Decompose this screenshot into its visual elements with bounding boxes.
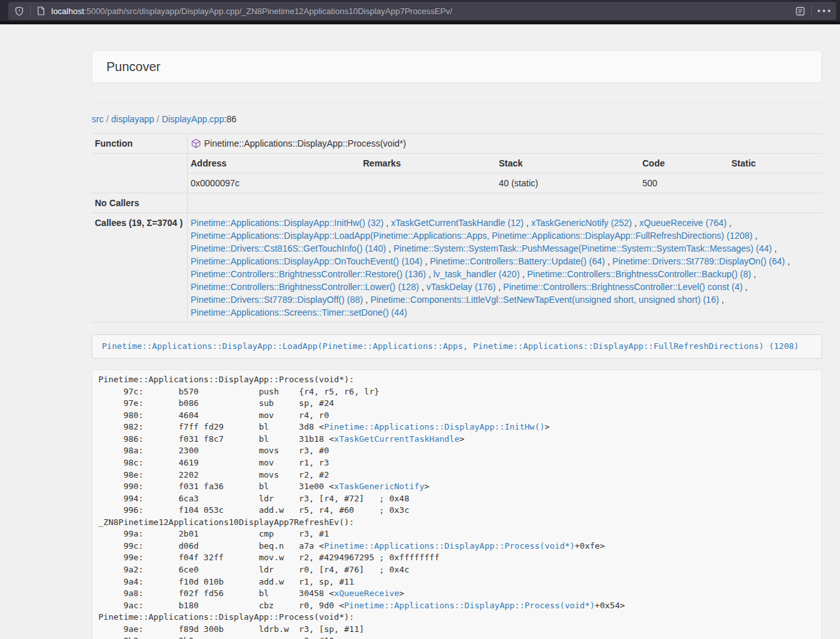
callee-link[interactable]: Pinetime::Applications::DisplayApp::OnTo… <box>191 256 423 266</box>
asm-symbol-link[interactable]: Pinetime::Applications::DisplayApp::Proc… <box>344 601 595 610</box>
function-table: Function Pinetime::Applications::Display… <box>92 133 822 323</box>
callee-separator: , <box>426 269 434 279</box>
callee-separator: , <box>719 295 724 305</box>
callee-link[interactable]: Pinetime::System::SystemTask::PushMessag… <box>393 243 772 254</box>
symbol-cube-icon <box>191 138 201 149</box>
address-value: 0x0000097c <box>188 174 360 193</box>
no-callers-row: No Callers <box>92 193 822 213</box>
callee-separator: , <box>520 269 527 279</box>
breadcrumb-separator: / <box>157 114 160 124</box>
callee-separator: , <box>386 243 394 254</box>
url-text[interactable]: localhost:5000/path/src/displayapp/Displ… <box>51 6 789 16</box>
asm-symbol-link[interactable]: xTaskGetCurrentTaskHandle <box>334 434 459 444</box>
no-callers-label: No Callers <box>92 193 187 213</box>
static-value <box>729 174 823 193</box>
asm-symbol-link[interactable]: Pinetime::Applications::DisplayApp::Proc… <box>324 541 575 551</box>
disassembly: Pinetime::Applications::DisplayApp::Proc… <box>92 369 822 639</box>
callee-link[interactable]: xTaskGetCurrentTaskHandle (12) <box>391 218 523 228</box>
asm-symbol-link[interactable]: xTaskGenericNotify <box>334 481 424 491</box>
callee-link[interactable]: Pinetime::Controllers::Battery::Update()… <box>430 256 605 266</box>
callee-link[interactable]: Pinetime::Applications::Screens::Timer::… <box>191 307 408 318</box>
col-code: Code <box>639 154 729 174</box>
selected-callee-well: Pinetime::Applications::DisplayApp::Load… <box>92 334 822 359</box>
page-actions-icon[interactable] <box>812 10 836 12</box>
callee-separator: , <box>752 231 757 241</box>
callee-link[interactable]: xTaskGenericNotify (252) <box>531 218 632 228</box>
callee-separator: , <box>605 256 613 266</box>
callee-link[interactable]: Pinetime::Drivers::Cst816S::GetTouchInfo… <box>191 243 386 254</box>
col-address: Address <box>188 154 360 174</box>
callee-separator: , <box>496 282 504 292</box>
page-icon[interactable] <box>37 6 45 15</box>
callee-link[interactable]: Pinetime::Controllers::BrightnessControl… <box>527 269 751 279</box>
col-remarks: Remarks <box>360 154 496 174</box>
details-table: Address Remarks Stack Code Static 0x0000… <box>188 154 823 193</box>
callee-separator: , <box>632 218 639 228</box>
app-header-panel: Puncover <box>92 50 822 83</box>
callee-link[interactable]: Pinetime::Drivers::St7789::DisplayOn() (… <box>613 256 785 266</box>
divider <box>92 102 822 103</box>
callee-link[interactable]: lv_task_handler (420) <box>433 269 520 279</box>
asm-symbol-link[interactable]: Pinetime::Applications::DisplayApp::Init… <box>324 422 545 432</box>
function-row: Function Pinetime::Applications::Display… <box>92 134 822 154</box>
callees-list: Pinetime::Applications::DisplayApp::Init… <box>187 213 822 323</box>
callee-link[interactable]: xQueueReceive (764) <box>639 218 727 228</box>
callees-row: Callees (19, Σ=3704 ) Pinetime::Applicat… <box>92 213 822 323</box>
callee-separator: , <box>727 218 732 228</box>
shield-icon[interactable] <box>15 6 24 16</box>
callee-separator: , <box>363 295 370 305</box>
remarks-value <box>360 174 496 193</box>
breadcrumb-line-number: :86 <box>224 114 236 124</box>
breadcrumb-separator: / <box>106 114 109 124</box>
browser-toolbar: localhost:5000/path/src/displayapp/Displ… <box>0 0 840 21</box>
code-value: 500 <box>639 174 729 193</box>
selected-callee-link[interactable]: Pinetime::Applications::DisplayApp::Load… <box>102 341 799 351</box>
stack-value: 40 (static) <box>496 174 639 193</box>
callee-link[interactable]: vTaskDelay (176) <box>427 282 496 292</box>
col-static: Static <box>729 154 823 174</box>
breadcrumb: src/displayapp/DisplayApp.cpp:86 <box>92 114 822 124</box>
col-stack: Stack <box>496 154 639 174</box>
callee-separator: , <box>419 282 427 292</box>
callee-link[interactable]: Pinetime::Applications::DisplayApp::Init… <box>191 218 384 228</box>
callees-label: Callees (19, Σ=3704 ) <box>92 213 187 323</box>
breadcrumb-link[interactable]: src <box>92 114 104 124</box>
callee-link[interactable]: Pinetime::Drivers::St7789::DisplayOff() … <box>191 295 363 305</box>
asm-symbol-link[interactable]: xQueueReceive <box>334 588 399 598</box>
breadcrumb-link[interactable]: displayapp <box>111 114 154 124</box>
page-title: Puncover <box>106 60 161 74</box>
callee-link[interactable]: Pinetime::Controllers::BrightnessControl… <box>503 282 742 292</box>
callee-separator: , <box>384 218 391 228</box>
callee-separator: , <box>422 256 430 266</box>
callee-separator: , <box>751 269 756 279</box>
callee-link[interactable]: Pinetime::Controllers::BrightnessControl… <box>191 269 426 279</box>
callee-separator: , <box>743 282 748 292</box>
function-name: Pinetime::Applications::DisplayApp::Proc… <box>204 138 406 149</box>
callee-separator: , <box>523 218 531 228</box>
window-content-divider <box>0 21 840 24</box>
url-bar[interactable]: localhost:5000/path/src/displayapp/Displ… <box>8 2 836 20</box>
breadcrumb-link[interactable]: DisplayApp.cpp <box>161 114 224 124</box>
details-values-row: 0x0000097c 40 (static) 500 <box>188 174 823 193</box>
reader-mode-icon[interactable] <box>789 6 811 16</box>
callee-separator: , <box>772 243 777 254</box>
callee-link[interactable]: Pinetime::Components::LittleVgl::SetNewT… <box>370 295 719 305</box>
callee-link[interactable]: Pinetime::Controllers::BrightnessControl… <box>191 282 419 292</box>
function-label: Function <box>92 134 187 154</box>
urlbar-separator <box>30 6 31 16</box>
callee-separator: , <box>785 256 790 266</box>
callee-link[interactable]: Pinetime::Applications::DisplayApp::Load… <box>191 231 753 241</box>
details-row: Address Remarks Stack Code Static 0x0000… <box>92 154 822 193</box>
